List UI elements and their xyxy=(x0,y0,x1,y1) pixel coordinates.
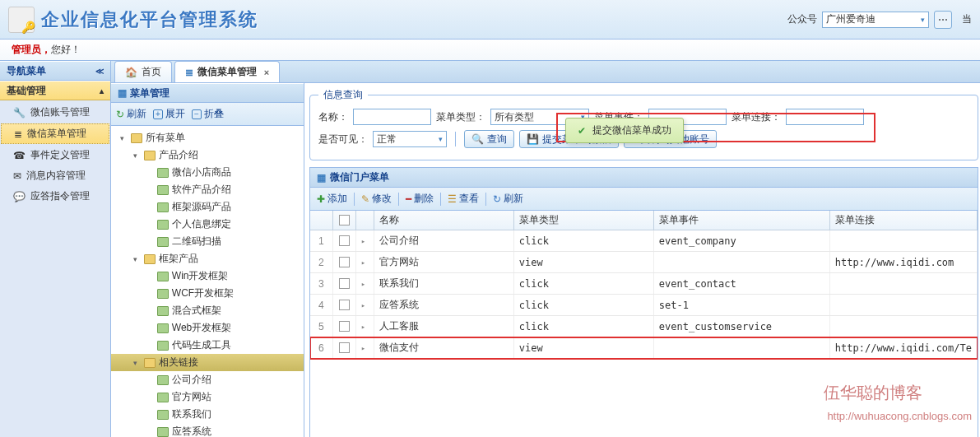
tree-node[interactable]: Win开发框架 xyxy=(111,267,304,285)
tab-close-icon[interactable]: × xyxy=(264,67,269,77)
tree-collapse-button[interactable]: −折叠 xyxy=(192,107,224,121)
grid-view-button[interactable]: ☰查看 xyxy=(448,192,479,206)
nav-group-collapse-icon[interactable]: ▴ xyxy=(100,86,104,95)
row-expand-icon[interactable]: ▸ xyxy=(356,295,374,315)
table-row[interactable]: 4 ▸ 应答系统 click set-1 xyxy=(310,295,978,316)
tree-node[interactable]: 代码生成工具 xyxy=(111,337,304,354)
tree-node[interactable]: WCF开发框架 xyxy=(111,285,304,302)
search-button[interactable]: 🔍查询 xyxy=(464,130,514,148)
tree-toggle-icon[interactable] xyxy=(144,306,154,316)
tree-label: 公司介绍 xyxy=(172,373,211,387)
tree-node[interactable]: 公司介绍 xyxy=(111,371,304,388)
row-checkbox[interactable] xyxy=(333,273,356,294)
sidebar-item[interactable]: ≣微信菜单管理 xyxy=(1,123,109,144)
minus-icon: − xyxy=(192,109,202,119)
tree-node[interactable]: 微信小店商品 xyxy=(111,164,304,181)
table-row[interactable]: 6 ▸ 微信支付 view http://www.iqidi.com/Te xyxy=(310,337,978,359)
nav-collapse-icon[interactable]: ≪ xyxy=(95,67,104,76)
tree-toggle-icon[interactable]: ▾ xyxy=(131,254,141,264)
grid-edit-button[interactable]: ✎修改 xyxy=(361,192,392,206)
tree-toggle-icon[interactable] xyxy=(144,341,154,351)
name-input[interactable] xyxy=(353,109,431,125)
tree-node[interactable]: 软件产品介绍 xyxy=(111,181,304,198)
row-expand-icon[interactable]: ▸ xyxy=(356,230,374,251)
refresh-icon: ↻ xyxy=(493,193,501,205)
tree-toggle-icon[interactable] xyxy=(144,375,154,385)
col-type[interactable]: 菜单类型 xyxy=(514,211,654,230)
tab-wechat-menu[interactable]: ≣ 微信菜单管理 × xyxy=(174,61,280,82)
sidebar-item[interactable]: ✉消息内容管理 xyxy=(0,165,110,186)
tree-toggle-icon[interactable] xyxy=(144,237,154,247)
nav-item-label: 事件定义管理 xyxy=(30,148,90,162)
tree-toggle-icon[interactable] xyxy=(144,289,154,299)
grid-delete-button[interactable]: ━删除 xyxy=(406,192,434,206)
col-name[interactable]: 名称 xyxy=(374,211,514,230)
tree-refresh-button[interactable]: ↻刷新 xyxy=(116,107,146,121)
tree-toggle-icon[interactable] xyxy=(144,272,154,281)
check-icon: ✔ xyxy=(578,125,586,137)
tree-node[interactable]: ▾所有菜单 xyxy=(111,129,304,146)
row-expand-icon[interactable]: ▸ xyxy=(356,252,374,272)
tree-toggle-icon[interactable] xyxy=(144,427,154,437)
tree-node[interactable]: Web开发框架 xyxy=(111,319,304,337)
tree-toggle-icon[interactable] xyxy=(144,220,154,230)
row-checkbox[interactable] xyxy=(333,337,356,358)
tree-toggle-icon[interactable] xyxy=(144,185,154,195)
watermark-title: 伍华聪的博客 xyxy=(824,382,922,404)
row-expand-icon[interactable]: ▸ xyxy=(356,316,374,337)
tree-toggle-icon[interactable]: ▾ xyxy=(131,151,141,160)
tree-expand-button[interactable]: +展开 xyxy=(153,107,185,121)
nav-item-label: 微信菜单管理 xyxy=(27,127,86,141)
tree-toggle-icon[interactable]: ▾ xyxy=(131,358,141,368)
tree-toggle-icon[interactable] xyxy=(144,323,154,333)
tree-node[interactable]: 联系我们 xyxy=(111,406,304,423)
row-expand-icon[interactable]: ▸ xyxy=(356,337,374,358)
row-expand-icon[interactable]: ▸ xyxy=(356,273,374,294)
row-checkbox[interactable] xyxy=(333,230,356,251)
tree-node[interactable]: 官方网站 xyxy=(111,388,304,406)
tree-label: Web开发框架 xyxy=(172,321,231,335)
sidebar-item[interactable]: ☎事件定义管理 xyxy=(0,145,110,165)
table-row[interactable]: 2 ▸ 官方网站 view http://www.iqidi.com xyxy=(310,252,978,273)
tree-label: 官方网站 xyxy=(172,390,211,404)
tree-toggle-icon[interactable]: ▾ xyxy=(118,133,128,143)
tree-node[interactable]: 二维码扫描 xyxy=(111,233,304,250)
tab-home[interactable]: 🏠 首页 xyxy=(114,61,172,82)
grid-refresh-button[interactable]: ↻刷新 xyxy=(493,192,523,206)
col-event[interactable]: 菜单事件 xyxy=(654,211,830,230)
tabs-bar: 🏠 首页 ≣ 微信菜单管理 × xyxy=(111,61,980,83)
leaf-icon xyxy=(157,341,169,351)
tree-node[interactable]: 框架源码产品 xyxy=(111,198,304,216)
table-row[interactable]: 3 ▸ 联系我们 click event_contact xyxy=(310,273,978,295)
grid-check-all[interactable] xyxy=(333,211,356,230)
tree-toggle-icon[interactable] xyxy=(144,202,154,212)
sidebar-item[interactable]: 🔧微信账号管理 xyxy=(0,102,110,123)
tree-node[interactable]: ▾产品介绍 xyxy=(111,146,304,164)
tree-label: 相关链接 xyxy=(159,356,198,370)
row-checkbox[interactable] xyxy=(333,316,356,337)
nav-group-header[interactable]: 基础管理 ▴ xyxy=(0,81,110,100)
tree-toggle-icon[interactable] xyxy=(144,410,154,420)
tree-toggle-icon[interactable] xyxy=(144,168,154,178)
link-input[interactable] xyxy=(786,109,864,125)
nav-panel-header: 导航菜单 ≪ xyxy=(0,61,110,81)
table-row[interactable]: 1 ▸ 公司介绍 click event_company xyxy=(310,230,978,252)
account-more-button[interactable]: ⋯ xyxy=(934,11,952,29)
tree-node[interactable]: ▾框架产品 xyxy=(111,250,304,267)
account-select[interactable]: 广州爱奇迪 xyxy=(822,12,929,28)
tree-node[interactable]: 混合式框架 xyxy=(111,302,304,319)
sidebar-item[interactable]: 💬应答指令管理 xyxy=(0,186,110,207)
tree-node[interactable]: 应答系统 xyxy=(111,423,304,437)
col-link[interactable]: 菜单连接 xyxy=(830,211,978,230)
leaf-icon xyxy=(157,306,169,316)
row-checkbox[interactable] xyxy=(333,252,356,272)
visible-select[interactable]: 正常 xyxy=(373,131,447,147)
tree-toggle-icon[interactable] xyxy=(144,393,154,402)
grid-add-button[interactable]: ✚添加 xyxy=(317,192,347,206)
app-header: 企业信息化平台管理系统 公众号 广州爱奇迪 ⋯ 当 xyxy=(0,0,980,40)
add-icon: ✚ xyxy=(317,193,325,205)
tree-node[interactable]: ▾相关链接 xyxy=(111,354,304,371)
table-row[interactable]: 5 ▸ 人工客服 click event_customservice xyxy=(310,316,978,337)
tree-node[interactable]: 个人信息绑定 xyxy=(111,216,304,233)
row-checkbox[interactable] xyxy=(333,295,356,315)
